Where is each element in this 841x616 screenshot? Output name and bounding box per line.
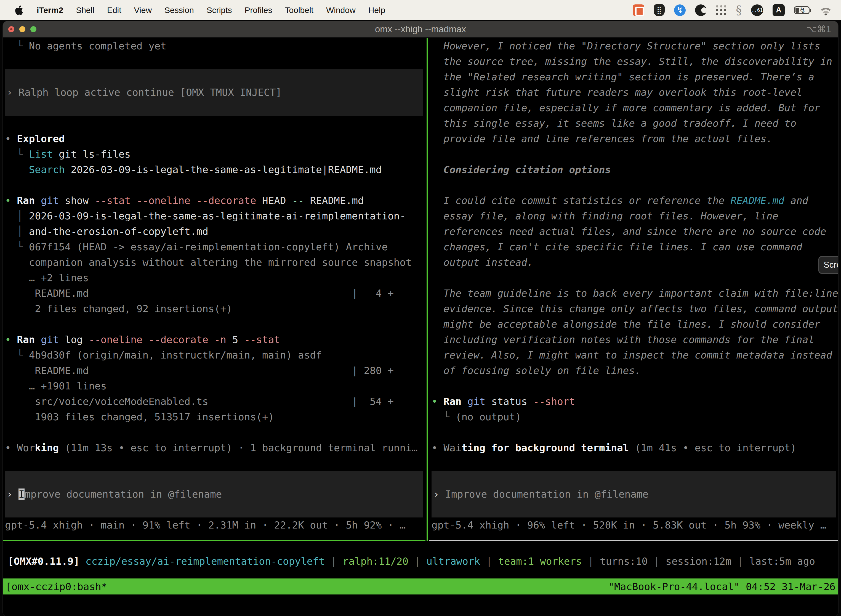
terminal-line: the source tree, missing the essay. Stil… [432,54,838,69]
tmux-host-clock: "MacBook-Pro-44.local" 04:52 31-Mar-26 [608,581,835,592]
tmux-panes: └ No agents completed yet › Ralph loop a… [3,38,838,541]
menu-bar-status-area: ⣿ ↯ § ..61 A ↯ [633,3,833,17]
terminal-line: src/voice/voiceModeEnabled.ts | 54 + [5,394,425,409]
terminal-line: references need actual files, and since … [432,224,838,239]
terminal-line: evidence. Since this change only affects… [432,301,838,317]
menu-item-session[interactable]: Session [158,6,200,15]
terminal-line: provide file and line references from th… [432,131,838,147]
chat-app-icon[interactable] [633,4,644,16]
terminal-line: changes, I can't cite specific file line… [432,239,838,255]
inject-banner: › Ralph loop active continue [OMX_TMUX_I… [5,69,423,116]
terminal-line: • Working (11m 13s • esc to interrupt) ·… [5,440,425,456]
badge-61-icon[interactable]: ..61 [751,4,763,16]
blank-line [5,116,425,131]
menu-item-edit[interactable]: Edit [101,6,128,15]
session-status-right: gpt-5.4 xhigh · 96% left · 520K in · 5.8… [432,518,838,533]
terminal-line: essay file, along with finding root file… [432,208,838,224]
terminal-line: might be acceptable alongside the file l… [432,317,838,332]
desktop: iTerm2 Shell Edit View Session Scripts P… [0,0,841,616]
agent-log-right: However, I noticed the "Directory Struct… [432,38,838,456]
terminal-line: … +1901 lines [5,378,425,394]
prompt-input-left[interactable]: › Improve documentation in @filename [5,471,423,518]
agent-log: • Explored └ List git ls-files Search 20… [5,116,425,456]
blank-line [432,425,838,440]
terminal-line: companion analysis without altering the … [5,255,425,270]
terminal-line: of focusing solely on file lines. [432,363,838,378]
pane-right[interactable]: However, I noticed the "Directory Struct… [429,38,838,541]
menu-item-shell[interactable]: Shell [70,6,101,15]
terminal-line: review. Also, I might want to inspect th… [432,348,838,363]
terminal-line: └ No agents completed yet [5,38,425,54]
menu-item-profiles[interactable]: Profiles [238,6,278,15]
terminal-line: companion file, especially if more comme… [432,100,838,116]
window-title: omx --xhigh --madmax [3,24,838,35]
letter-a-icon[interactable]: A [772,4,785,16]
screen-overlay-button[interactable]: Scre [818,256,838,274]
blank-line [432,378,838,394]
terminal-line: › Improve documentation in @filename [7,487,423,502]
menu-item-help[interactable]: Help [362,6,392,15]
menu-item-scripts[interactable]: Scripts [200,6,238,15]
blank-line [432,270,838,286]
apple-logo-icon[interactable] [15,6,23,15]
terminal-line: … +2 lines [5,270,425,286]
menu-item-toolbelt[interactable]: Toolbelt [279,6,320,15]
menu-item-view[interactable]: View [128,6,158,15]
pane-divider[interactable] [426,38,428,541]
terminal-line: › Ralph loop active continue [OMX_TMUX_I… [7,85,423,100]
blue-bolt-icon[interactable]: ↯ [674,4,686,16]
blank-line [5,177,425,193]
terminal: └ No agents completed yet › Ralph loop a… [3,38,838,616]
blank-line [5,317,425,332]
terminal-line: output instead. [432,255,838,270]
blank-line [5,425,425,440]
tmux-session-window-label[interactable]: [omx-cczip0:bash* [6,581,107,592]
terminal-line: └ (no output) [432,409,838,425]
terminal-line: › Improve documentation in @filename [433,487,836,502]
terminal-line: └ List git ls-files [5,147,425,162]
squiggle-icon[interactable]: § [736,3,742,17]
terminal-line: • Ran git log --oneline --decorate -n 5 … [5,332,425,348]
terminal-line: • Explored [5,131,425,147]
terminal-line: 1903 files changed, 513517 insertions(+) [5,409,425,425]
terminal-line: However, I noticed the "Directory Struct… [432,38,838,54]
terminal-line: README.md | 4 + [5,286,425,301]
terminal-line: gpt-5.4 xhigh · 96% left · 520K in · 5.8… [432,518,838,533]
terminal-line: • Waiting for background terminal (1m 41… [432,440,838,456]
terminal-line: [OMX#0.11.9] cczip/essay/ai-reimplementa… [8,554,838,569]
menu-bar: iTerm2 Shell Edit View Session Scripts P… [0,0,841,20]
menu-item-iterm2[interactable]: iTerm2 [30,6,70,15]
terminal-line: including verification notes with those … [432,332,838,348]
terminal-line: • Ran git status --short [432,394,838,409]
wifi-icon[interactable] [819,5,833,15]
terminal-line: │ 2026-03-09-is-legal-the-same-as-legiti… [5,208,425,224]
dots-grid-icon[interactable] [716,5,727,15]
terminal-line: 2 files changed, 92 insertions(+) [5,301,425,317]
terminal-line: Considering citation options [432,162,838,177]
terminal-line: the "Related research writing" section i… [432,69,838,85]
terminal-line: │ and-the-erosion-of-copyleft.md [5,224,425,239]
terminal-line: I could cite commit statistics or refere… [432,193,838,208]
blank-line [432,147,838,162]
battery-charging-icon[interactable]: ↯ [794,6,810,14]
terminal-line: └ 4b9d30f (origin/main, instructkr/main,… [5,348,425,363]
terminal-line: gpt-5.4 xhigh · main · 91% left · 2.31M … [5,518,425,533]
tmux-status-bar: [omx-cczip0:bash* "MacBook-Pro-44.local"… [3,578,838,594]
prompt-input-right[interactable]: › Improve documentation in @filename [432,471,836,518]
pane-left[interactable]: └ No agents completed yet › Ralph loop a… [3,38,425,541]
terminal-line: this single essay, it seems like a good … [432,116,838,131]
session-status-left: gpt-5.4 xhigh · main · 91% left · 2.31M … [5,518,425,533]
terminal-line: README.md | 280 + [5,363,425,378]
moon-circle-icon[interactable] [695,4,707,16]
menu-item-window[interactable]: Window [320,6,362,15]
iterm-window: omx --xhigh --madmax ⌥⌘1 └ No agents com… [3,21,838,616]
blank-line [5,54,425,69]
shield-grid-icon[interactable]: ⣿ [653,4,665,16]
title-bar[interactable]: omx --xhigh --madmax ⌥⌘1 [3,21,838,38]
terminal-line: The team guideline is to back every impo… [432,286,838,301]
agent-log-top: └ No agents completed yet [5,38,425,69]
omx-status-bar: [OMX#0.11.9] cczip/essay/ai-reimplementa… [3,541,838,569]
blank-line [432,177,838,193]
terminal-line: slight risk that future readers may over… [432,85,838,100]
terminal-line: Search 2026-03-09-is-legal-the-same-as-l… [5,162,425,177]
